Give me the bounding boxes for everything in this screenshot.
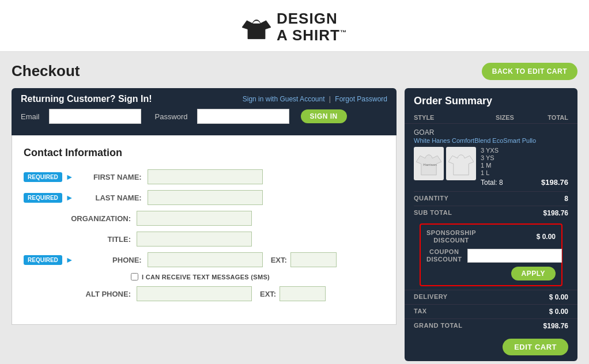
- signin-form-row: Email Password SIGN IN: [21, 109, 387, 124]
- logo-line1: DESIGN: [277, 10, 347, 27]
- page-header: Checkout BACK TO EDIT CART: [12, 62, 577, 80]
- lastname-input[interactable]: [148, 190, 263, 205]
- size-line-2: 3 YS: [481, 154, 537, 161]
- edit-cart-button[interactable]: EDIT CART: [503, 339, 568, 355]
- tax-label: TAX: [414, 308, 427, 316]
- alt-phone-row: ALT PHONE: EXT:: [24, 286, 384, 301]
- logo-line2: A SHIRT™: [277, 27, 347, 44]
- product-price: $198.76: [541, 178, 568, 187]
- edit-cart-btn-row: EDIT CART: [405, 333, 577, 361]
- arrow-icon-lastname: ►: [66, 193, 74, 202]
- title-label: TITLE:: [24, 235, 131, 244]
- summary-rows-top: QUANTITY 8 SUB TOTAL $198.76: [405, 191, 577, 220]
- arrow-icon-phone: ►: [66, 255, 74, 264]
- back-to-edit-cart-button[interactable]: BACK TO EDIT CART: [482, 63, 577, 80]
- apply-coupon-button[interactable]: APPLY: [511, 267, 556, 280]
- product-total-qty: Total: 8: [481, 179, 537, 187]
- firstname-label: FIRST NAME:: [78, 173, 142, 181]
- email-input[interactable]: [49, 109, 141, 124]
- signin-title: Returning Customer? Sign In!: [21, 94, 152, 104]
- coupon-input[interactable]: [467, 249, 562, 263]
- shirt-back-svg: [448, 149, 474, 178]
- alt-phone-label: ALT PHONE:: [24, 290, 131, 298]
- tax-row: TAX $ 0.00: [405, 304, 577, 318]
- signin-top-row: Returning Customer? Sign In! Sign in wit…: [21, 94, 387, 104]
- sms-label: I CAN RECEIVE TEXT MESSAGES (SMS): [142, 274, 270, 280]
- logo: DESIGN A SHIRT™: [242, 10, 347, 43]
- coupon-label: COUPONDISCOUNT: [426, 248, 462, 263]
- alt-phone-input[interactable]: [137, 286, 252, 301]
- phone-ext-label: EXT:: [271, 256, 287, 264]
- sms-row: I CAN RECEIVE TEXT MESSAGES (SMS): [131, 273, 384, 280]
- phone-row: REQUIRED ► PHONE: EXT:: [24, 252, 384, 267]
- product-row: GOAR White Hanes ComfortBlend EcoSmart P…: [405, 124, 577, 191]
- apply-btn-row: APPLY: [426, 267, 556, 280]
- svg-text:Harrison: Harrison: [423, 162, 437, 166]
- subtotal-label: SUB TOTAL: [414, 209, 452, 217]
- product-image-front: Harrison: [414, 147, 444, 180]
- logo-text: DESIGN A SHIRT™: [277, 10, 347, 43]
- main-layout: Returning Customer? Sign In! Sign in wit…: [12, 88, 577, 361]
- col-style-header: STYLE: [414, 114, 482, 121]
- lastname-label: LAST NAME:: [78, 194, 142, 202]
- organization-label: ORGANIZATION:: [24, 214, 131, 223]
- email-label: Email: [21, 112, 40, 121]
- delivery-label: DELIVERY: [414, 293, 448, 301]
- order-summary-panel: Order Summary STYLE SIZES TOTAL GOAR Whi…: [405, 88, 577, 361]
- style-name: White Hanes ComfortBlend EcoSmart Pullo: [414, 137, 536, 144]
- firstname-row: REQUIRED ► FIRST NAME:: [24, 169, 384, 184]
- password-label: Password: [155, 112, 188, 121]
- organization-row: ORGANIZATION:: [24, 211, 384, 226]
- size-line-4: 1 L: [481, 169, 537, 176]
- title-row: TITLE:: [24, 232, 384, 247]
- grand-total-row: GRAND TOTAL $198.76: [405, 318, 577, 333]
- password-input[interactable]: [197, 109, 289, 124]
- page-content: Checkout BACK TO EDIT CART Returning Cus…: [0, 52, 589, 364]
- style-code: GOAR: [414, 128, 434, 136]
- title-input[interactable]: [137, 232, 252, 247]
- forgot-password-link[interactable]: Forgot Password: [335, 95, 387, 103]
- guest-account-link[interactable]: Sign in with Guest Account: [243, 95, 325, 103]
- sponsorship-row: SPONSORSHIPDISCOUNT $ 0.00: [426, 229, 556, 244]
- product-image-back: [446, 147, 476, 180]
- col-total-header: TOTAL: [528, 114, 568, 121]
- link-separator: |: [329, 95, 331, 103]
- col-sizes-header: SIZES: [482, 114, 528, 121]
- tax-value: $ 0.00: [549, 308, 568, 316]
- contact-section-title: Contact Information: [24, 147, 384, 159]
- required-badge-lastname: REQUIRED: [24, 193, 62, 203]
- discount-section: SPONSORSHIPDISCOUNT $ 0.00 COUPONDISCOUN…: [420, 223, 562, 286]
- sponsorship-value: $ 0.00: [537, 233, 556, 241]
- sign-in-button[interactable]: SIGN IN: [301, 109, 347, 123]
- firstname-input[interactable]: [148, 169, 263, 184]
- signin-bar: Returning Customer? Sign In! Sign in wit…: [12, 88, 397, 135]
- phone-ext-input[interactable]: [290, 252, 337, 267]
- contact-form: Contact Information REQUIRED ► FIRST NAM…: [12, 135, 397, 325]
- required-badge-firstname: REQUIRED: [24, 172, 62, 182]
- coupon-row: COUPONDISCOUNT: [426, 248, 556, 263]
- quantity-label: QUANTITY: [414, 195, 448, 203]
- lastname-row: REQUIRED ► LAST NAME:: [24, 190, 384, 205]
- order-table-header: STYLE SIZES TOTAL: [405, 112, 577, 124]
- quantity-row: QUANTITY 8: [414, 191, 568, 206]
- page-title: Checkout: [12, 62, 80, 80]
- delivery-value: $ 0.00: [549, 293, 568, 301]
- signin-links: Sign in with Guest Account | Forgot Pass…: [243, 95, 387, 103]
- subtotal-row: SUB TOTAL $198.76: [414, 206, 568, 220]
- subtotal-value: $198.76: [543, 209, 568, 217]
- size-line-3: 1 M: [481, 162, 537, 169]
- discount-section-wrapper: SPONSORSHIPDISCOUNT $ 0.00 COUPONDISCOUN…: [405, 220, 577, 290]
- alt-ext-input[interactable]: [280, 286, 326, 301]
- required-badge-phone: REQUIRED: [24, 255, 62, 265]
- phone-input[interactable]: [148, 252, 263, 267]
- arrow-icon-firstname: ►: [66, 172, 74, 181]
- phone-label: PHONE:: [78, 256, 142, 264]
- product-sizes: 3 YXS 3 YS 1 M 1 L Total: 8: [481, 147, 537, 187]
- shirt-icon: [242, 13, 271, 41]
- grand-total-label: GRAND TOTAL: [414, 322, 463, 330]
- delivery-row: DELIVERY $ 0.00: [405, 290, 577, 304]
- product-images: Harrison: [414, 147, 476, 187]
- sms-checkbox[interactable]: [131, 273, 138, 280]
- shirt-front-svg: Harrison: [416, 149, 441, 178]
- organization-input[interactable]: [137, 211, 252, 226]
